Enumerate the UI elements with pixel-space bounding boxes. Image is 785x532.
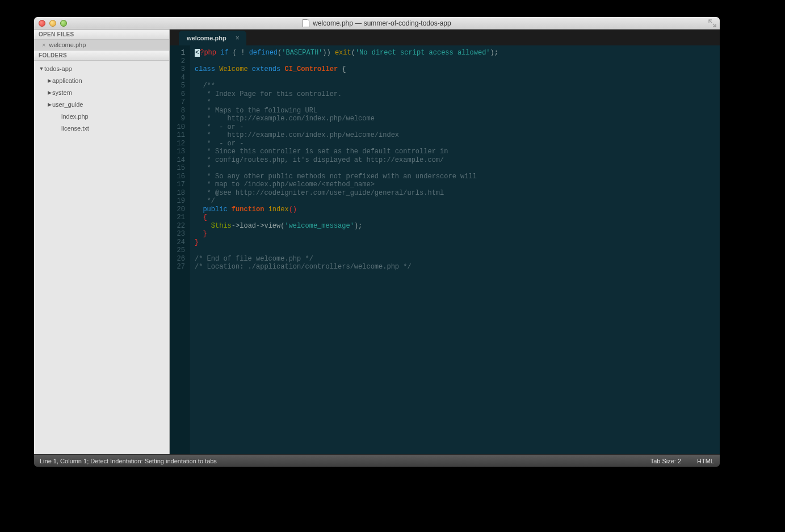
open-file-name: welcome.php: [49, 41, 86, 48]
tab-close-icon[interactable]: ×: [236, 34, 240, 42]
folder-label: application: [52, 76, 82, 86]
file-item-index[interactable]: index.php: [34, 111, 169, 123]
file-label: license.txt: [61, 124, 89, 133]
document-icon: [303, 19, 309, 27]
folder-tree: ▼ todos-app ▶ application ▶ system ▶ use…: [34, 61, 169, 137]
editor-tabs: welcome.php ×: [170, 30, 720, 45]
code-content[interactable]: <?php if ( ! defined('BASEPATH')) exit('…: [190, 45, 498, 454]
status-syntax[interactable]: HTML: [697, 458, 714, 464]
status-tabsize[interactable]: Tab Size: 2: [650, 458, 681, 464]
statusbar: Line 1, Column 1; Detect Indentation: Se…: [34, 454, 720, 467]
file-label: index.php: [61, 112, 89, 122]
traffic-lights: [34, 20, 67, 27]
gutter: 1234567891011121314151617181920212223242…: [170, 45, 190, 454]
editor-pane: welcome.php × 12345678910111213141516171…: [170, 30, 720, 454]
minimize-window-button[interactable]: [49, 20, 56, 27]
chevron-right-icon: ▶: [47, 88, 52, 98]
sidebar: OPEN FILES × welcome.php FOLDERS ▼ todos…: [34, 30, 170, 454]
folder-item-userguide[interactable]: ▶ user_guide: [34, 99, 169, 111]
titlebar: welcome.php — summer-of-coding-todos-app: [34, 17, 720, 30]
editor[interactable]: 1234567891011121314151617181920212223242…: [170, 45, 720, 454]
tab-label: welcome.php: [187, 35, 226, 41]
folders-header: FOLDERS: [34, 51, 169, 61]
chevron-right-icon: ▶: [47, 76, 52, 86]
status-cursor: Line 1, Column 1; Detect Indentation: Se…: [40, 458, 217, 464]
folder-label: user_guide: [52, 100, 83, 110]
folder-item-system[interactable]: ▶ system: [34, 87, 169, 99]
folder-item-application[interactable]: ▶ application: [34, 75, 169, 87]
file-item-license[interactable]: license.txt: [34, 123, 169, 135]
folder-label: system: [52, 88, 72, 98]
chevron-down-icon: ▼: [39, 64, 44, 74]
close-file-icon[interactable]: ×: [42, 41, 45, 48]
window-title-text: welcome.php — summer-of-coding-todos-app: [313, 19, 451, 27]
zoom-window-button[interactable]: [60, 20, 67, 27]
folder-root[interactable]: ▼ todos-app: [34, 63, 169, 75]
chevron-right-icon: ▶: [47, 100, 52, 110]
fullscreen-icon[interactable]: [708, 19, 716, 27]
folder-root-label: todos-app: [44, 64, 72, 74]
open-files-header: OPEN FILES: [34, 30, 169, 40]
close-window-button[interactable]: [39, 20, 45, 27]
open-file-item[interactable]: × welcome.php: [34, 40, 169, 51]
app-window: welcome.php — summer-of-coding-todos-app…: [34, 17, 720, 467]
window-title: welcome.php — summer-of-coding-todos-app: [34, 19, 720, 27]
tab-welcome[interactable]: welcome.php ×: [179, 31, 246, 45]
